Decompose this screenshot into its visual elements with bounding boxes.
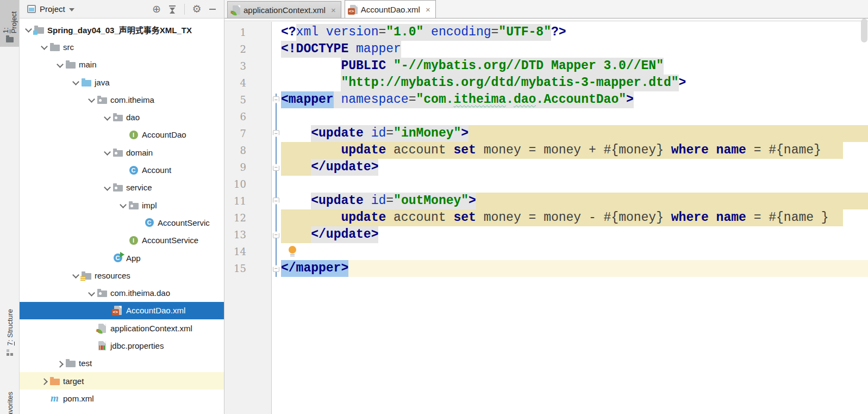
code-line-3[interactable]: PUBLIC "-//mybatis.org//DTD Mapper 3.0//… xyxy=(281,58,868,75)
chevron-open-icon[interactable] xyxy=(71,271,81,280)
collapse-all-button[interactable] xyxy=(166,3,178,15)
code-line-10[interactable] xyxy=(281,176,868,193)
chevron-open-icon[interactable] xyxy=(87,289,97,298)
code-token: id xyxy=(371,125,386,142)
stripe-tab-project[interactable]: 1: Project xyxy=(0,0,20,47)
code-line-12[interactable]: update account set money = money - #{mon… xyxy=(281,209,868,226)
tree-item-domain[interactable]: domain xyxy=(20,144,224,161)
folder-resources-icon xyxy=(81,271,91,280)
tree-item-com.itheima.dao[interactable]: com.itheima.dao xyxy=(20,284,224,301)
code-line-14[interactable] xyxy=(281,243,868,260)
chevron-open-icon[interactable] xyxy=(103,113,113,122)
tree-item-target[interactable]: target xyxy=(20,372,224,390)
code-line-6[interactable] xyxy=(281,108,868,125)
project-panel-title[interactable]: Project xyxy=(40,4,65,14)
editor-scrollbar[interactable] xyxy=(861,18,867,42)
code-token: </update> xyxy=(311,226,378,243)
tree-item-src[interactable]: src xyxy=(20,38,224,55)
fold-start-icon[interactable]: − xyxy=(273,96,279,103)
chevron-open-icon[interactable] xyxy=(40,42,49,51)
tree-item-label: com.itheima.dao xyxy=(110,288,170,298)
tree-item-resources[interactable]: resources xyxy=(20,267,224,284)
code-token xyxy=(709,142,716,159)
tree-item-java[interactable]: java xyxy=(20,73,224,91)
line-number: 5 xyxy=(224,91,271,108)
tree-item-service[interactable]: service xyxy=(20,179,224,196)
chevron-closed-icon[interactable] xyxy=(55,359,65,368)
fold-start-icon[interactable]: − xyxy=(273,197,279,205)
tree-item-main[interactable]: main xyxy=(20,56,224,73)
line-number: 9 xyxy=(224,159,271,176)
project-panel-header: Project ⊕ ⚙ xyxy=(20,0,224,18)
tree-item-App[interactable]: CApp xyxy=(20,249,224,267)
chevron-open-icon[interactable] xyxy=(103,148,113,157)
code-line-1[interactable]: <?xml version="1.0" encoding="UTF-8"?> xyxy=(281,24,868,41)
folder-icon xyxy=(49,42,60,52)
folder-icon xyxy=(65,60,76,69)
tree-item-com.itheima[interactable]: com.itheima xyxy=(20,91,224,108)
fold-scope-line xyxy=(276,94,277,277)
chevron-open-icon[interactable] xyxy=(103,183,113,192)
code-token: "UTF-8" xyxy=(498,24,551,41)
tree-item-AccountDao[interactable]: IAccountDao xyxy=(20,126,224,144)
locate-file-button[interactable]: ⊕ xyxy=(151,3,163,15)
code-token xyxy=(364,125,371,142)
code-line-4[interactable]: "http://mybatis.org/dtd/mybatis-3-mapper… xyxy=(281,75,868,91)
tree-item-pom.xml[interactable]: mpom.xml xyxy=(20,390,224,407)
code-line-11[interactable]: <update id="outMoney"> xyxy=(281,193,868,209)
tab-applicationContext-xml[interactable]: < applicationContext.xml × xyxy=(227,1,341,18)
class-icon: C xyxy=(128,165,139,175)
tree-item-Spring_day04_03__XML_TX[interactable]: Spring_day04_03_声明式事务XML_TX xyxy=(20,21,224,38)
intention-bulb-icon[interactable] xyxy=(289,246,296,254)
hide-panel-button[interactable] xyxy=(207,3,218,15)
code-line-9[interactable]: </update> xyxy=(281,159,868,176)
tree-item-label: main xyxy=(79,60,97,69)
code-token: namespace xyxy=(341,91,408,108)
settings-gear-button[interactable]: ⚙ xyxy=(191,3,203,15)
code-line-7[interactable]: <update id="inMoney"> xyxy=(281,125,868,142)
code-token: .AccountDao" xyxy=(536,91,626,108)
code-token: id xyxy=(371,193,386,209)
code-line-2[interactable]: <!DOCTYPE mapper xyxy=(281,41,868,58)
code-token: where xyxy=(671,209,709,226)
tree-item-Account[interactable]: CAccount xyxy=(20,161,224,178)
tree-item-AccountService[interactable]: IAccountService xyxy=(20,232,224,249)
tree-item-impl[interactable]: impl xyxy=(20,196,224,214)
code-line-8[interactable]: update account set money = money + #{mon… xyxy=(281,142,868,159)
fold-end-icon[interactable]: − xyxy=(273,231,279,238)
tree-item-jdbc.properties[interactable]: jdbc.properties xyxy=(20,337,224,354)
chevron-open-icon[interactable] xyxy=(118,201,128,209)
fold-end-icon[interactable]: − xyxy=(273,265,279,272)
code-editor[interactable]: <?xml version="1.0" encoding="UTF-8"?><!… xyxy=(281,22,868,414)
tree-item-applicationContext.xml[interactable]: <applicationContext.xml xyxy=(20,319,224,337)
fold-end-icon[interactable]: − xyxy=(273,164,279,171)
code-line-13[interactable]: </update> xyxy=(281,226,868,243)
tree-item-test[interactable]: test xyxy=(20,355,224,372)
chevron-open-icon[interactable] xyxy=(87,95,97,104)
package-icon xyxy=(97,95,107,104)
package-icon xyxy=(113,183,123,192)
chevron-open-icon[interactable] xyxy=(71,78,81,86)
close-icon[interactable]: × xyxy=(331,5,336,15)
chevron-open-icon[interactable] xyxy=(24,25,34,34)
tree-item-AccountServic[interactable]: CAccountServic xyxy=(20,214,224,231)
tree-item-dao[interactable]: dao xyxy=(20,108,224,126)
chevron-closed-icon[interactable] xyxy=(40,376,49,385)
tree-item-AccountDao.xml[interactable]: AccountDao.xml xyxy=(20,302,224,319)
close-icon[interactable]: × xyxy=(426,5,430,14)
stripe-tab-favorites[interactable]: Favorites xyxy=(0,387,20,414)
tab-AccountDao-xml[interactable]: AccountDao.xml × xyxy=(345,0,436,18)
tree-item-label: test xyxy=(79,359,92,368)
fold-start-icon[interactable]: − xyxy=(273,130,279,137)
code-line-5[interactable]: <mapper namespace="com.itheima.dao.Accou… xyxy=(281,91,868,108)
code-token: <update xyxy=(311,125,364,142)
chevron-spacer xyxy=(103,254,113,262)
code-line-15[interactable]: </mapper> xyxy=(281,260,868,277)
chevron-down-icon[interactable] xyxy=(69,8,74,11)
tree-item-label: pom.xml xyxy=(63,394,94,403)
code-token xyxy=(281,193,311,209)
language-injection-highlight xyxy=(829,209,843,226)
chevron-open-icon[interactable] xyxy=(55,60,65,69)
stripe-tab-structure[interactable]: 7: Structure xyxy=(0,305,20,364)
file-spring-icon: < xyxy=(97,324,107,333)
